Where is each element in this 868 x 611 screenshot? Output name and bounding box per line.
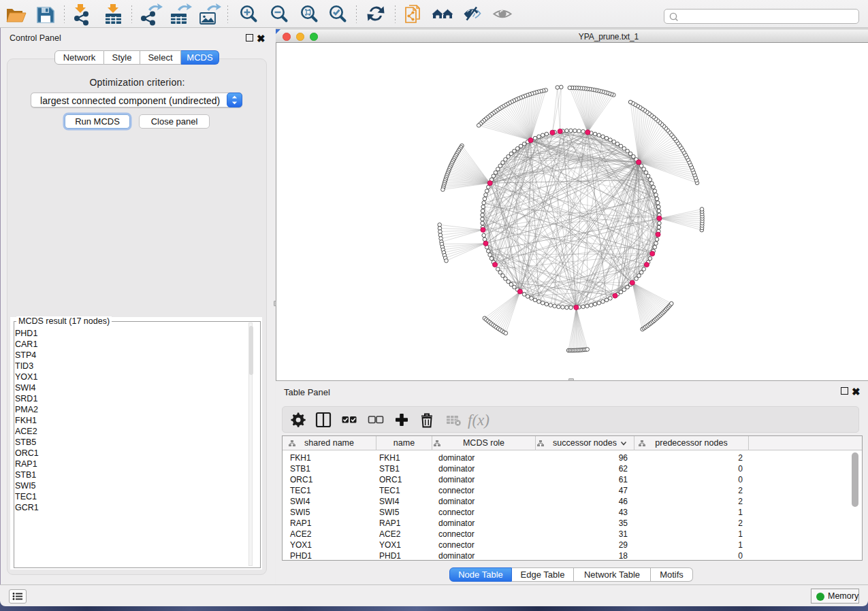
svg-text:f(x): f(x) [468,412,489,429]
